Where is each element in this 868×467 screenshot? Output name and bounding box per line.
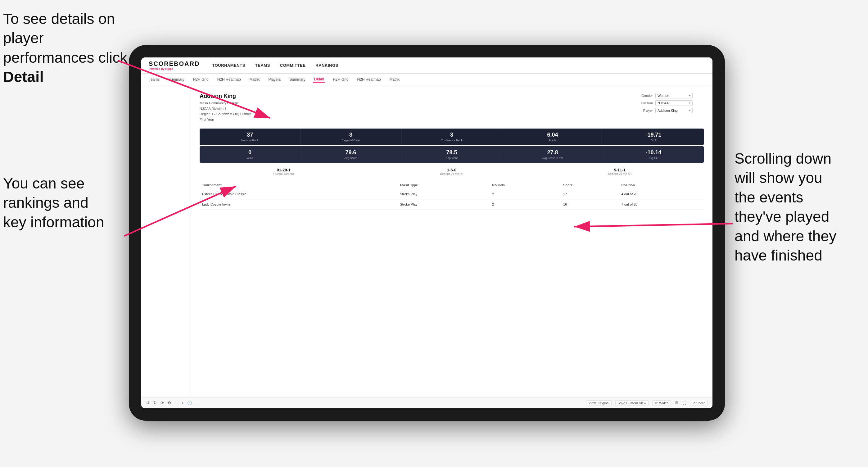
player-label: Player: [636, 109, 653, 113]
filter-gender-row: Gender Women: [636, 93, 704, 98]
rounds-1: 2: [490, 189, 561, 199]
col-tournament: Tournament: [199, 181, 397, 189]
player-year: First Year: [199, 117, 251, 123]
player-college: Mesa Community College: [199, 101, 251, 106]
nav-rankings[interactable]: RANKINGS: [315, 63, 338, 68]
position-2: 7 out of 20: [619, 199, 704, 210]
tournament-name-2: Lady Coyote Invite: [199, 199, 397, 210]
rounds-2: 2: [490, 199, 561, 210]
annotation-right: Scrolling down will show you the events …: [735, 149, 865, 265]
record-top25: 1-5-0 Record vs top 25: [368, 168, 535, 176]
monitor-icon[interactable]: 🖥: [675, 401, 679, 405]
nav-tournaments[interactable]: TOURNAMENTS: [212, 63, 245, 68]
stat-avg-score: 79.6 Avg Score: [301, 146, 401, 163]
nav-committee[interactable]: COMMITTEE: [280, 63, 306, 68]
stats-row-2: 0 Wins 79.6 Avg Score 78.5 Adj Score 27.…: [199, 146, 704, 163]
subnav-h2h-grid2[interactable]: H2H Grid: [332, 77, 349, 82]
nav-teams[interactable]: TEAMS: [255, 63, 270, 68]
filter-player-row: Player Addison King: [636, 108, 704, 113]
division-label: Division: [636, 101, 653, 105]
sub-nav: Teams Summary H2H Grid H2H Heatmap Matri…: [141, 73, 712, 85]
event-type-1: Stroke Play: [397, 189, 490, 199]
division-select[interactable]: NJCAA I: [655, 100, 692, 106]
refresh-icon[interactable]: ⟳: [160, 401, 164, 405]
score-2: 16: [561, 199, 619, 210]
stat-regional-rank: 3 Regional Rank: [301, 129, 401, 145]
subnav-teams[interactable]: Teams: [148, 77, 161, 82]
player-info: Addison King Mesa Community College NJCA…: [199, 93, 251, 122]
view-original-button[interactable]: View: Original: [586, 400, 612, 406]
player-filters: Gender Women Division NJCAA: [636, 93, 704, 122]
stat-avg-sg: -10.14 Avg SG: [603, 146, 704, 163]
subnav-h2h-grid[interactable]: H2H Grid: [192, 77, 210, 82]
plus-icon[interactable]: +: [181, 401, 184, 405]
table-row: Lady Coyote Invite Stroke Play 2 16 7 ou…: [199, 199, 704, 210]
record-top50: 5-11-1 Record vs top 50: [536, 168, 704, 176]
gender-select-wrapper[interactable]: Women: [655, 93, 692, 98]
main-content: Addison King Mesa Community College NJCA…: [141, 85, 712, 397]
player-division: NJCAA Division 1: [199, 106, 251, 112]
col-position: Position: [619, 181, 704, 189]
subnav-matrix2[interactable]: Matrix: [389, 77, 401, 82]
tournament-table: Tournament Event Type Rounds Score Posit…: [199, 181, 704, 210]
player-select-wrapper[interactable]: Addison King: [655, 108, 692, 113]
redo-icon[interactable]: ↻: [153, 401, 157, 405]
player-header: Addison King Mesa Community College NJCA…: [199, 93, 704, 122]
top-nav: SCOREBOARD Powered by clippd TOURNAMENTS…: [141, 57, 712, 73]
annotation-bottom-left: You can see rankings and key information: [3, 174, 115, 232]
stat-national-rank: 37 National Rank: [199, 129, 301, 145]
col-score: Score: [561, 181, 619, 189]
record-overall: 91-20-1 Overall Record: [199, 168, 368, 176]
save-custom-button[interactable]: Save Custom View: [615, 400, 649, 406]
subnav-matrix[interactable]: Matrix: [248, 77, 261, 82]
player-name: Addison King: [199, 93, 251, 99]
subnav-players[interactable]: Players: [267, 77, 282, 82]
player-region: Region 1 - Southwest (18) District: [199, 112, 251, 117]
tablet-screen: SCOREBOARD Powered by clippd TOURNAMENTS…: [141, 57, 712, 408]
logo-powered: Powered by clippd: [149, 67, 199, 70]
table-row: Estella CC- Mountain Classic Stroke Play…: [199, 189, 704, 199]
logo-scoreboard: SCOREBOARD: [149, 60, 199, 67]
sidebar: [141, 85, 191, 397]
stat-adj-score: 78.5 Adj Score: [401, 146, 502, 163]
subnav-detail[interactable]: Detail: [313, 76, 326, 83]
score-1: 17: [561, 189, 619, 199]
stats-row-1: 37 National Rank 3 Regional Rank 3 Confe…: [199, 129, 704, 145]
bottom-toolbar: ↺ ↻ ⟳ ⚙ − + 🕐 View: Original Save Custom…: [141, 397, 712, 408]
eye-icon: 👁: [654, 401, 658, 405]
undo-icon[interactable]: ↺: [146, 401, 150, 405]
settings-icon[interactable]: ⚙: [168, 401, 172, 405]
logo-area: SCOREBOARD Powered by clippd: [149, 60, 199, 70]
gender-select[interactable]: Women: [655, 93, 692, 98]
division-select-wrapper[interactable]: NJCAA I: [655, 100, 692, 106]
tablet-device: SCOREBOARD Powered by clippd TOURNAMENTS…: [129, 45, 725, 421]
minus-icon[interactable]: −: [175, 401, 178, 405]
event-type-2: Stroke Play: [397, 199, 490, 210]
share-button[interactable]: ↗ Share: [690, 400, 708, 406]
subnav-summary2[interactable]: Summary: [288, 77, 306, 82]
col-rounds: Rounds: [490, 181, 561, 189]
tournament-name-1: Estella CC- Mountain Classic: [199, 189, 397, 199]
col-event-type: Event Type: [397, 181, 490, 189]
stat-points: 6.04 Points: [502, 129, 603, 145]
player-select[interactable]: Addison King: [655, 108, 692, 113]
nav-items: TOURNAMENTS TEAMS COMMITTEE RANKINGS: [212, 63, 338, 68]
clock-icon[interactable]: 🕐: [187, 401, 192, 405]
stat-wins: 0 Wins: [199, 146, 301, 163]
stat-conference-rank: 3 Conference Rank: [401, 129, 502, 145]
record-row: 91-20-1 Overall Record 1-5-0 Record vs t…: [199, 168, 704, 176]
stat-avg-score-par: 27.8 Avg Score to Par: [502, 146, 603, 163]
filter-division-row: Division NJCAA I: [636, 100, 704, 106]
stat-sos: -19.71 SoS: [603, 129, 704, 145]
subnav-h2h-heatmap2[interactable]: H2H Heatmap: [356, 77, 382, 82]
watch-button[interactable]: 👁 Watch: [652, 400, 671, 406]
position-1: 4 out of 20: [619, 189, 704, 199]
subnav-summary[interactable]: Summary: [167, 77, 185, 82]
content-area: Addison King Mesa Community College NJCA…: [191, 85, 712, 397]
annotation-top-left: To see details on player performances cl…: [3, 9, 133, 87]
fullscreen-icon[interactable]: ⛶: [682, 401, 686, 405]
gender-label: Gender: [636, 94, 653, 97]
subnav-h2h-heatmap[interactable]: H2H Heatmap: [216, 77, 242, 82]
share-icon: ↗: [692, 401, 695, 405]
